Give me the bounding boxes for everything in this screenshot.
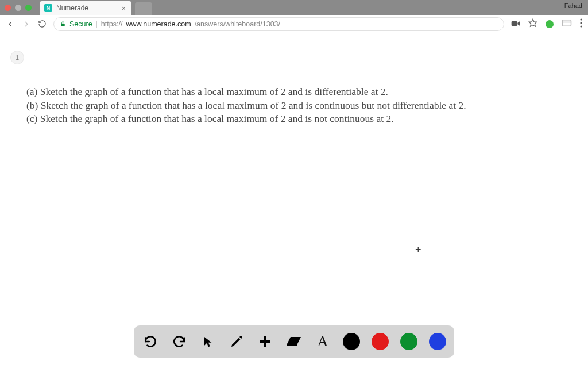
whiteboard-toolbar: A: [134, 325, 454, 358]
text-tool[interactable]: A: [314, 333, 331, 350]
browser-tab-inactive[interactable]: [135, 2, 152, 15]
browser-profile-label[interactable]: Fahad: [564, 2, 582, 9]
svg-rect-0: [61, 24, 64, 26]
whiteboard-canvas[interactable]: (a) Sketch the graph of a function that …: [0, 33, 588, 126]
svg-rect-11: [260, 340, 270, 343]
color-swatch-red[interactable]: [372, 333, 389, 350]
color-swatch-blue[interactable]: [429, 333, 446, 350]
svg-marker-3: [529, 19, 536, 26]
cursor-crosshair-icon: +: [415, 244, 421, 256]
secure-label: Secure: [69, 20, 92, 28]
lock-icon: [60, 21, 66, 27]
browser-toolbar: Secure | https://www.numerade.com/answer…: [0, 15, 588, 33]
window-maximize-button[interactable]: [25, 5, 32, 11]
browser-tab-active[interactable]: N Numerade ×: [40, 1, 131, 15]
page-number-badge[interactable]: 1: [10, 51, 24, 64]
card-icon[interactable]: [562, 19, 572, 29]
window-close-button[interactable]: [5, 5, 11, 11]
add-tool[interactable]: [257, 333, 274, 350]
window-controls: [5, 5, 32, 11]
url-path: /answers/whiteboard/1303/: [195, 20, 280, 28]
url-separator: |: [96, 20, 98, 28]
svg-rect-1: [512, 21, 517, 26]
window-minimize-button[interactable]: [15, 5, 21, 11]
nav-forward-button[interactable]: [22, 20, 31, 29]
nav-back-button[interactable]: [6, 20, 15, 29]
svg-marker-9: [204, 337, 212, 347]
tab-close-icon[interactable]: ×: [121, 4, 126, 13]
svg-rect-13: [287, 344, 297, 346]
svg-point-7: [580, 22, 582, 24]
star-icon[interactable]: [528, 18, 537, 30]
address-bar[interactable]: Secure | https://www.numerade.com/answer…: [53, 17, 504, 31]
tab-favicon: N: [44, 4, 52, 12]
color-swatch-green[interactable]: [400, 333, 417, 350]
pen-tool[interactable]: [228, 333, 245, 350]
eraser-tool[interactable]: [285, 333, 303, 350]
os-title-bar: N Numerade × Fahad: [0, 0, 588, 15]
color-swatch-black[interactable]: [343, 333, 360, 350]
svg-rect-4: [563, 20, 571, 26]
tab-title: Numerade: [56, 4, 117, 12]
problem-line-c: (c) Sketch the graph of a function that …: [26, 112, 562, 126]
extension-icon[interactable]: [546, 20, 554, 28]
svg-marker-12: [287, 337, 301, 344]
kebab-menu-icon[interactable]: [580, 18, 582, 30]
svg-marker-2: [517, 21, 520, 26]
pointer-tool[interactable]: [199, 333, 216, 350]
undo-button[interactable]: [142, 333, 159, 350]
redo-button[interactable]: [171, 333, 188, 350]
toolbar-right-group: [511, 18, 582, 30]
camera-icon[interactable]: [511, 19, 520, 29]
problem-line-a: (a) Sketch the graph of a function that …: [26, 85, 562, 99]
url-protocol: https://: [101, 20, 123, 28]
svg-point-8: [580, 25, 582, 27]
svg-point-6: [580, 18, 582, 20]
url-host: www.numerade.com: [126, 20, 191, 28]
problem-line-b: (b) Sketch the graph of a function that …: [26, 99, 562, 113]
nav-reload-button[interactable]: [38, 20, 47, 28]
